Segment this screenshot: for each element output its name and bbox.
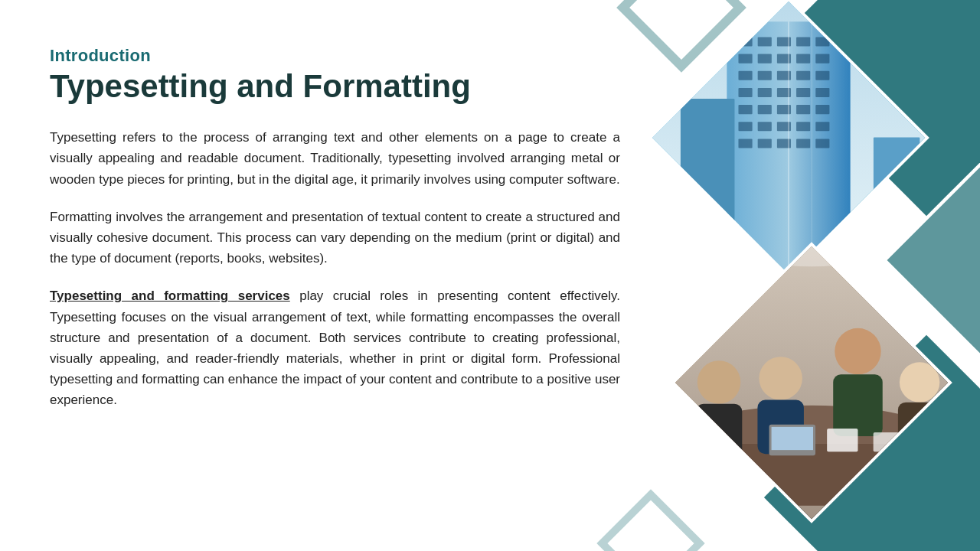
slide: Introduction Typesetting and Formatting … (0, 0, 980, 551)
paragraph-1: Typesetting refers to the process of arr… (50, 127, 620, 190)
svg-rect-29 (758, 122, 772, 132)
svg-rect-19 (758, 88, 772, 97)
svg-rect-55 (827, 429, 858, 452)
svg-rect-16 (796, 71, 810, 80)
svg-rect-40 (681, 99, 735, 279)
svg-rect-26 (796, 106, 810, 115)
svg-rect-21 (796, 88, 810, 97)
svg-rect-6 (796, 37, 810, 47)
meeting-photo (671, 242, 952, 523)
svg-rect-33 (738, 139, 752, 148)
svg-rect-37 (815, 139, 829, 148)
svg-rect-28 (738, 122, 752, 132)
svg-rect-3 (738, 37, 752, 47)
svg-rect-7 (815, 37, 829, 47)
svg-rect-27 (815, 106, 829, 115)
svg-rect-4 (758, 37, 772, 47)
svg-rect-23 (738, 106, 752, 115)
paragraph-3-rest-text: play crucial roles in presenting content… (50, 289, 620, 407)
content-area: Introduction Typesetting and Formatting … (0, 0, 658, 551)
svg-rect-11 (796, 54, 810, 64)
paragraph-3-bold-text: Typesetting and formatting services (50, 289, 290, 303)
svg-rect-46 (696, 404, 742, 458)
svg-rect-9 (758, 54, 772, 64)
svg-rect-34 (758, 139, 772, 148)
intro-label: Introduction (50, 46, 620, 66)
svg-rect-12 (815, 54, 829, 64)
svg-rect-13 (738, 71, 752, 80)
svg-rect-22 (815, 88, 829, 97)
svg-rect-31 (796, 122, 810, 132)
paragraph-2: Formatting involves the arrangement and … (50, 207, 620, 269)
svg-rect-18 (738, 88, 752, 97)
svg-rect-8 (738, 54, 752, 64)
svg-rect-56 (874, 433, 900, 452)
paragraph-3: Typesetting and formatting services play… (50, 285, 620, 410)
svg-rect-54 (772, 427, 813, 450)
svg-rect-17 (815, 71, 829, 80)
svg-rect-41 (874, 138, 920, 279)
svg-rect-32 (815, 122, 829, 132)
photo-area (635, 0, 980, 551)
photo-diamond-meeting (671, 242, 952, 523)
svg-rect-24 (758, 106, 772, 115)
svg-rect-14 (758, 71, 772, 80)
main-title: Typesetting and Formatting (50, 69, 620, 104)
svg-rect-36 (796, 139, 810, 148)
svg-rect-52 (898, 403, 941, 453)
svg-rect-50 (833, 375, 883, 437)
